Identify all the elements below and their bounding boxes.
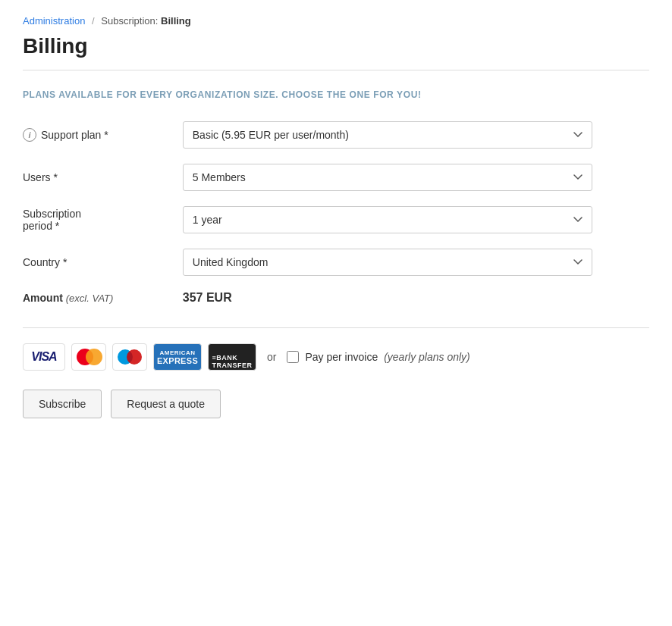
- request-quote-button[interactable]: Request a quote: [111, 390, 221, 418]
- users-label: Users *: [23, 156, 183, 199]
- maestro-icon: [112, 343, 147, 371]
- subscription-period-label: Subscription period *: [23, 199, 183, 241]
- mastercard-icon: [71, 343, 106, 371]
- invoice-label[interactable]: Pay per invoice (yearly plans only): [287, 351, 469, 363]
- support-plan-input-cell: Basic (5.95 EUR per user/month) Standard…: [183, 114, 649, 156]
- users-row: Users * 5 Members 10 Members 25 Members …: [23, 156, 649, 199]
- excl-vat: (excl. VAT): [66, 293, 114, 304]
- country-row: Country * United Kingdom Germany France …: [23, 241, 649, 283]
- users-select[interactable]: 5 Members 10 Members 25 Members 50 Membe…: [183, 164, 592, 191]
- breadcrumb-middle: Subscription: Billing: [101, 15, 190, 27]
- subscription-period-select[interactable]: 1 year 2 years 3 years: [183, 206, 592, 233]
- amount-label: Amount (excl. VAT): [23, 283, 183, 312]
- country-label: Country *: [23, 241, 183, 283]
- amex-icon: AMERICAN EXPRESS: [153, 343, 202, 371]
- invoice-checkbox[interactable]: [287, 351, 299, 363]
- yearly-note: (yearly plans only): [384, 351, 470, 363]
- action-row: Subscribe Request a quote: [23, 390, 649, 418]
- breadcrumb-current: Billing: [161, 15, 191, 27]
- subscription-period-input-cell: 1 year 2 years 3 years: [183, 199, 649, 241]
- breadcrumb-sep: /: [92, 15, 95, 27]
- visa-icon: VISA: [23, 343, 65, 371]
- support-plan-select[interactable]: Basic (5.95 EUR per user/month) Standard…: [183, 121, 592, 149]
- subscribe-button[interactable]: Subscribe: [23, 390, 102, 418]
- support-plan-label: i Support plan *: [23, 114, 183, 156]
- users-input-cell: 5 Members 10 Members 25 Members 50 Membe…: [183, 156, 649, 199]
- invoice-label-text: Pay per invoice: [305, 351, 378, 363]
- info-icon: i: [23, 128, 36, 142]
- subscription-period-row: Subscription period * 1 year 2 years 3 y…: [23, 199, 649, 241]
- payment-row: VISA AMERICAN EXPRESS ≡BANKTRANSFER or P…: [23, 343, 649, 371]
- or-text: or: [267, 351, 276, 363]
- breadcrumb: Administration / Subscription: Billing: [23, 15, 649, 27]
- admin-link[interactable]: Administration: [23, 15, 85, 27]
- payment-divider: [23, 327, 649, 328]
- country-input-cell: United Kingdom Germany France United Sta…: [183, 241, 649, 283]
- country-select[interactable]: United Kingdom Germany France United Sta…: [183, 249, 592, 276]
- section-heading: PLANS AVAILABLE FOR EVERY ORGANIZATION S…: [23, 89, 649, 100]
- page-title: Billing: [23, 34, 649, 58]
- amount-value: 357 EUR: [183, 283, 649, 312]
- amount-row: Amount (excl. VAT) 357 EUR: [23, 283, 649, 312]
- title-divider: [23, 70, 649, 70]
- support-plan-row: i Support plan * Basic (5.95 EUR per use…: [23, 114, 649, 156]
- bank-transfer-icon: ≡BANKTRANSFER: [208, 343, 256, 371]
- billing-form: i Support plan * Basic (5.95 EUR per use…: [23, 114, 649, 312]
